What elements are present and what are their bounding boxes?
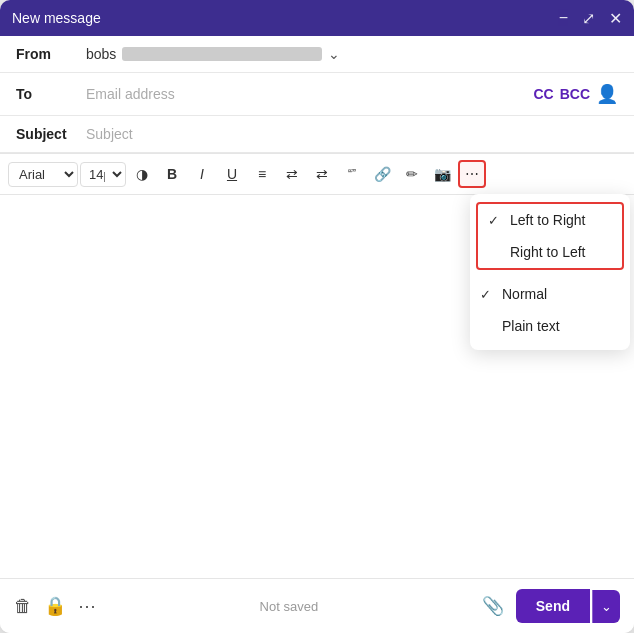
send-button[interactable]: Send	[516, 589, 590, 623]
to-row: To CC BCC 👤	[0, 73, 634, 116]
from-dropdown-icon[interactable]: ⌄	[328, 46, 340, 62]
footer: 🗑 🔒 ⋯ Not saved 📎 Send ⌄	[0, 578, 634, 633]
ordered-list-button[interactable]: ⇄	[278, 160, 306, 188]
from-email-text: bobs	[86, 46, 116, 62]
underline-button[interactable]: U	[218, 160, 246, 188]
send-controls: Send ⌄	[516, 589, 620, 623]
quote-button[interactable]: “”	[338, 160, 366, 188]
send-dropdown-button[interactable]: ⌄	[592, 590, 620, 623]
compose-window: New message − ⤢ ✕ From bobs ⌄ To CC BCC …	[0, 0, 634, 633]
eraser-button[interactable]: ✏	[398, 160, 426, 188]
link-button[interactable]: 🔗	[368, 160, 396, 188]
from-label: From	[16, 46, 86, 62]
rtl-label: Right to Left	[510, 244, 586, 260]
minimize-button[interactable]: −	[559, 9, 568, 27]
rtl-option[interactable]: Right to Left	[478, 236, 622, 268]
italic-button[interactable]: I	[188, 160, 216, 188]
normal-check-icon: ✓	[480, 287, 496, 302]
from-value: bobs ⌄	[86, 46, 340, 62]
from-email-blurred	[122, 47, 322, 61]
cc-label[interactable]: CC	[533, 86, 553, 102]
from-row: From bobs ⌄	[0, 36, 634, 73]
to-label: To	[16, 86, 86, 102]
subject-input[interactable]	[86, 126, 618, 142]
ltr-option[interactable]: ✓ Left to Right	[478, 204, 622, 236]
maximize-button[interactable]: ⤢	[582, 9, 595, 28]
footer-left: 🗑 🔒 ⋯	[14, 595, 96, 617]
to-input[interactable]	[86, 86, 533, 102]
unordered-list-button[interactable]: ≡	[248, 160, 276, 188]
toolbar: Arial 14px ◑ B I U ≡ ⇄ ⇄ “” 🔗 ✏ 📷 ⋯ ✓ Le…	[0, 154, 634, 195]
save-status: Not saved	[108, 599, 470, 614]
send-chevron-icon: ⌄	[601, 599, 612, 614]
normal-option[interactable]: ✓ Normal	[470, 278, 630, 310]
ellipsis-icon: ⋯	[465, 166, 479, 182]
rtl-check-icon	[488, 245, 504, 260]
bold-button[interactable]: B	[158, 160, 186, 188]
lock-icon[interactable]: 🔒	[44, 595, 66, 617]
ltr-rtl-section: ✓ Left to Right Right to Left	[476, 202, 624, 270]
image-button[interactable]: 📷	[428, 160, 456, 188]
window-title: New message	[12, 10, 101, 26]
plain-text-check-icon	[480, 319, 496, 334]
ltr-label: Left to Right	[510, 212, 586, 228]
trash-icon[interactable]: 🗑	[14, 596, 32, 617]
normal-label: Normal	[502, 286, 547, 302]
dropdown-menu: ✓ Left to Right Right to Left ✓ Normal P…	[470, 194, 630, 350]
format-section: ✓ Normal Plain text	[470, 274, 630, 346]
titlebar: New message − ⤢ ✕	[0, 0, 634, 36]
contrast-button[interactable]: ◑	[128, 160, 156, 188]
footer-more-icon[interactable]: ⋯	[78, 595, 96, 617]
plain-text-label: Plain text	[502, 318, 560, 334]
ltr-check-icon: ✓	[488, 213, 504, 228]
attachment-icon[interactable]: 📎	[482, 595, 504, 617]
more-options-button[interactable]: ⋯	[458, 160, 486, 188]
window-controls: − ⤢ ✕	[559, 9, 622, 28]
form-area: From bobs ⌄ To CC BCC 👤 Subject	[0, 36, 634, 154]
font-size-selector[interactable]: 14px	[80, 162, 126, 187]
subject-label: Subject	[16, 126, 86, 142]
to-actions: CC BCC 👤	[533, 83, 618, 105]
plain-text-option[interactable]: Plain text	[470, 310, 630, 342]
close-button[interactable]: ✕	[609, 9, 622, 28]
font-selector[interactable]: Arial	[8, 162, 78, 187]
bcc-label[interactable]: BCC	[560, 86, 590, 102]
align-button[interactable]: ⇄	[308, 160, 336, 188]
subject-row: Subject	[0, 116, 634, 153]
add-person-icon[interactable]: 👤	[596, 83, 618, 105]
